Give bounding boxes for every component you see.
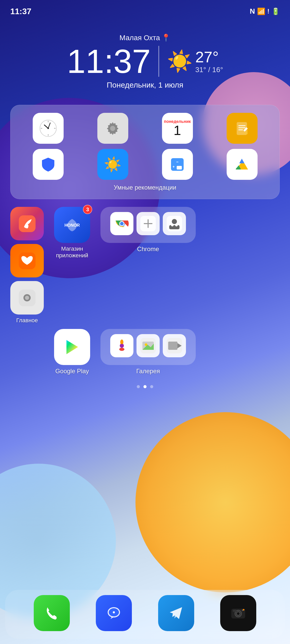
gallery-folder-label: Галерея — [136, 368, 160, 375]
app-likee[interactable] — [10, 244, 44, 277]
svg-point-39 — [171, 224, 174, 226]
svg-point-27 — [25, 296, 29, 300]
pages-icon[interactable] — [227, 113, 258, 144]
incognito-icon[interactable] — [163, 212, 186, 235]
nfc-icon: N — [250, 7, 255, 15]
status-time: 11:37 — [10, 7, 31, 16]
calendar-icon[interactable]: понедельник 1 — [162, 113, 193, 144]
svg-rect-38 — [169, 225, 180, 229]
app-calc-wrapper[interactable]: − + — [148, 149, 207, 180]
app-row-1: Главное HONOR 3 Магазин приложений — [10, 207, 280, 324]
weather-widget: Малая Охта 📍 11:37 ☀️ 27° 31° / 16° Поне… — [0, 18, 290, 89]
alert-icon: ! — [267, 8, 269, 15]
chrome-folder-label: Chrome — [137, 245, 159, 253]
gallery-folder-wrapper[interactable]: Галерея — [100, 329, 196, 375]
svg-point-9 — [110, 126, 115, 131]
location-pin-icon: 📍 — [161, 33, 170, 42]
svg-point-47 — [119, 348, 124, 351]
calc-icon[interactable]: − + — [162, 149, 193, 180]
clock-icon[interactable] — [33, 113, 64, 144]
app-weather-wrapper[interactable]: ☀️ — [83, 149, 142, 180]
chrome-main-icon[interactable] — [110, 212, 133, 235]
svg-point-68 — [243, 609, 244, 611]
svg-text:+: + — [173, 165, 175, 169]
svg-point-48 — [120, 344, 124, 348]
page-dots — [10, 385, 280, 388]
big-clock: 11:37 — [67, 45, 151, 78]
svg-marker-41 — [66, 340, 78, 354]
app-honor-store[interactable]: HONOR 3 Магазин приложений — [52, 207, 93, 259]
video-icon[interactable] — [163, 334, 186, 357]
gallery-folder-grid — [110, 334, 186, 357]
left-stack: Главное — [10, 207, 44, 324]
svg-marker-19 — [239, 159, 244, 163]
drive-icon[interactable] — [227, 149, 258, 180]
svg-point-65 — [237, 612, 240, 615]
chrome-folder[interactable] — [100, 207, 196, 243]
honor-store-badge: 3 — [83, 205, 92, 214]
dock-phone-icon[interactable] — [34, 595, 70, 631]
smart-recommendations-label: Умные рекомендации — [18, 184, 272, 191]
gallery-folder[interactable] — [100, 329, 196, 365]
weather-app-icon[interactable]: ☀️ — [97, 149, 128, 180]
app-main[interactable]: Главное — [10, 281, 44, 324]
weather-sun-emoji: ☀️ — [104, 156, 122, 173]
app-drive-wrapper[interactable] — [212, 149, 272, 180]
status-bar: 11:37 N 📶 ! 🔋 — [0, 0, 290, 18]
svg-marker-60 — [170, 607, 182, 619]
battery-icon: 🔋 — [271, 7, 280, 15]
svg-point-32 — [120, 222, 124, 225]
likee-icon[interactable] — [10, 244, 44, 277]
plus-icon[interactable] — [137, 212, 160, 235]
gallery-main-icon[interactable] — [110, 334, 133, 357]
app-shield-wrapper[interactable] — [18, 149, 78, 180]
google-play-label: Google Play — [55, 368, 89, 375]
smart-card: понедельник 1 — [10, 105, 280, 199]
dot-2[interactable] — [143, 385, 147, 388]
weather-range: 31° / 16° — [195, 66, 223, 74]
svg-rect-67 — [233, 610, 236, 612]
app-pages-wrapper[interactable] — [212, 113, 272, 144]
date-label: Понедельник, 1 июля — [107, 81, 183, 89]
wifi-icon: 📶 — [257, 7, 265, 15]
location-label: Малая Охта 📍 — [120, 33, 170, 42]
sun-icon: ☀️ — [167, 49, 193, 73]
app-calendar-wrapper[interactable]: понедельник 1 — [148, 113, 207, 144]
svg-text:−: − — [176, 160, 178, 164]
clock-weather-row: 11:37 ☀️ 27° 31° / 16° — [67, 45, 223, 78]
app-settings-wrapper[interactable] — [83, 113, 142, 144]
chrome-folder-wrapper[interactable]: Chrome — [100, 207, 196, 253]
app-row-2: Google Play — [10, 329, 280, 375]
svg-text:HONOR: HONOR — [64, 223, 80, 227]
dot-1[interactable] — [137, 385, 140, 388]
svg-point-7 — [47, 128, 49, 129]
honor-store-container[interactable]: HONOR 3 — [54, 207, 90, 243]
chrome-folder-grid — [110, 212, 186, 235]
clock-weather-divider — [158, 46, 159, 77]
app-section: Главное HONOR 3 Магазин приложений — [0, 199, 290, 590]
main-settings-icon[interactable] — [10, 281, 44, 315]
app-google-play[interactable]: Google Play — [52, 329, 93, 375]
app-clock-wrapper[interactable] — [18, 113, 78, 144]
shield-icon[interactable] — [33, 149, 64, 180]
svg-point-40 — [175, 224, 178, 226]
status-icons: N 📶 ! 🔋 — [250, 7, 280, 15]
svg-line-6 — [48, 123, 50, 128]
dock-telegram-icon[interactable] — [158, 595, 194, 631]
temperature: 27° — [195, 49, 219, 66]
dock-chat-icon[interactable] — [96, 595, 132, 631]
settings-icon[interactable] — [97, 113, 128, 144]
paintbrush-icon[interactable] — [10, 207, 44, 240]
dot-3[interactable] — [150, 385, 153, 388]
app-paintbrush[interactable] — [10, 207, 44, 240]
svg-point-37 — [172, 219, 177, 224]
svg-point-59 — [113, 611, 115, 613]
dock-camera-icon[interactable] — [220, 595, 256, 631]
main-label: Главное — [16, 317, 38, 324]
svg-rect-17 — [177, 166, 182, 170]
google-play-icon[interactable] — [54, 329, 90, 365]
dock — [5, 590, 285, 639]
photos-icon[interactable] — [137, 334, 160, 357]
honor-store-label: Магазин приложений — [56, 245, 88, 259]
smart-grid: понедельник 1 — [18, 113, 272, 180]
